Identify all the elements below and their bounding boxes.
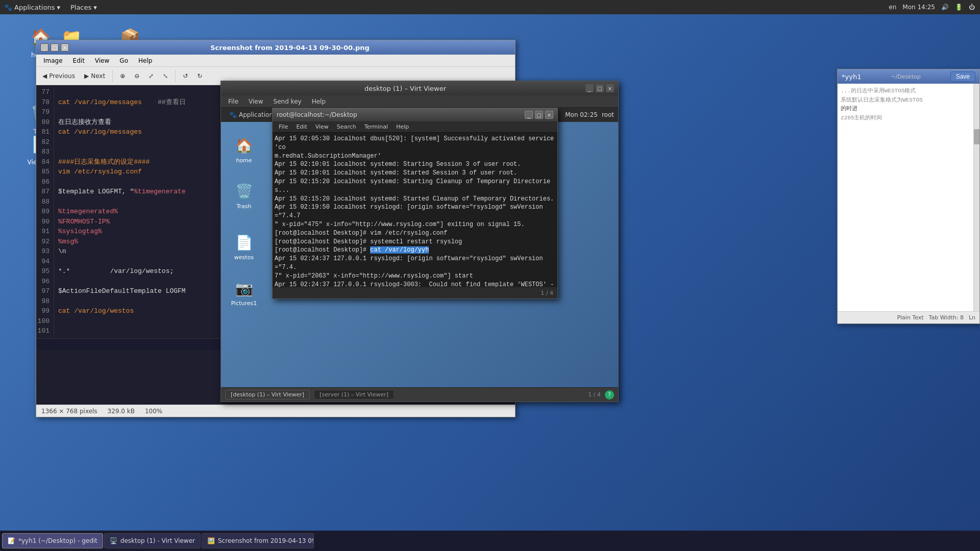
term-minimize-button[interactable]: _ bbox=[525, 111, 533, 119]
virt-icon-home[interactable]: 🏠 home bbox=[226, 133, 262, 166]
term-menu-search[interactable]: Search bbox=[333, 123, 360, 131]
menu-help[interactable]: Help bbox=[133, 56, 157, 65]
term-menu-view[interactable]: View bbox=[311, 123, 333, 131]
term-menu-terminal[interactable]: Terminal bbox=[360, 123, 393, 131]
term-menu-edit[interactable]: Edit bbox=[292, 123, 311, 131]
rotate-left-button[interactable]: ↺ bbox=[179, 71, 192, 81]
window-gedit: *yyh1 ~/Desktop Save ...的日志中采用WESTOS格式 系… bbox=[837, 69, 980, 324]
toolbar-btn-4[interactable]: ⤡ bbox=[159, 71, 172, 81]
window-terminal: root@localhost:~/Desktop _ □ × File Edit… bbox=[272, 108, 558, 299]
inner-apps-icon: 🐾 bbox=[229, 111, 237, 118]
image-filesize: 329.0 kB bbox=[108, 408, 135, 415]
toolbar-separator bbox=[112, 70, 113, 82]
apps-icon: 🐾 bbox=[4, 4, 12, 11]
taskbar-screenshot-label: Screenshot from 2019-04-13 09-... bbox=[218, 537, 314, 544]
toolbar-btn-3[interactable]: ⤢ bbox=[144, 71, 158, 81]
inner-time: Mon 02:25 bbox=[565, 111, 598, 118]
toolbar-btn-2[interactable]: ⊖ bbox=[130, 71, 143, 81]
top-panel-left: 🐾 Applications ▾ Places ▾ bbox=[0, 3, 101, 12]
menu-image[interactable]: Image bbox=[38, 56, 68, 65]
term-line-11: Apr 15 02:24:37 127.0.0.1 rsyslogd: [ori… bbox=[275, 255, 555, 272]
taskbar-screenshot-icon: 🖼️ bbox=[207, 537, 215, 544]
volume-icon: 🔊 bbox=[941, 4, 949, 11]
terminal-body[interactable]: Apr 15 02:05:30 localhost dbus[520]: [sy… bbox=[273, 133, 557, 287]
virt-menu-view[interactable]: View bbox=[243, 97, 268, 106]
virt-bottom-right: 1 / 4 ? bbox=[588, 390, 614, 399]
term-line-4: Apr 15 02:10:01 localhost systemd: Start… bbox=[275, 169, 555, 178]
chevron-down-icon: ▾ bbox=[57, 4, 60, 11]
applications-menu[interactable]: 🐾 Applications ▾ bbox=[0, 3, 64, 12]
term-line-cmd: [root@localhost Desktop]# cat /var/log/y… bbox=[275, 246, 555, 255]
rotate-right-button[interactable]: ↻ bbox=[193, 71, 206, 81]
imageviewer-controls: _ □ × bbox=[40, 43, 69, 52]
next-button[interactable]: ▶ Next bbox=[80, 71, 109, 81]
terminal-controls: _ □ × bbox=[525, 111, 553, 119]
virt-menu-help[interactable]: Help bbox=[307, 97, 331, 106]
imageviewer-statusbar: 1366 × 768 pixels 329.0 kB 100% bbox=[36, 405, 515, 417]
virt-close-button[interactable]: × bbox=[606, 84, 614, 92]
toolbar-btn-1[interactable]: ⊕ bbox=[116, 71, 129, 81]
top-panel-right: en Mon 14:25 🔊 🔋 ⏻ bbox=[889, 4, 980, 11]
taskbar-item-gedit[interactable]: 📝 *yyh1 (~/Desktop) - gedit bbox=[2, 533, 103, 548]
toolbar-separator2 bbox=[175, 70, 176, 82]
power-icon: ⏻ bbox=[969, 4, 975, 11]
virt-titlebar: desktop (1) – Virt Viewer _ □ × bbox=[221, 81, 618, 95]
top-panel: 🐾 Applications ▾ Places ▾ en Mon 14:25 🔊… bbox=[0, 0, 980, 14]
virt-page-info: 1 / 4 bbox=[588, 391, 601, 398]
maximize-button[interactable]: □ bbox=[51, 43, 59, 52]
close-button[interactable]: × bbox=[61, 43, 69, 52]
imageviewer-menubar: Image Edit View Go Help bbox=[36, 55, 515, 67]
menu-edit[interactable]: Edit bbox=[68, 56, 90, 65]
virt-bottom-toolbar: [desktop (1) – Virt Viewer] [server (1) … bbox=[221, 387, 618, 402]
virt-trash-label: Trash bbox=[236, 203, 251, 210]
gedit-line: 的时进 bbox=[841, 105, 976, 114]
minimize-button[interactable]: _ bbox=[40, 43, 48, 52]
virt-minimize-button[interactable]: _ bbox=[585, 84, 594, 92]
virt-taskbar-desktop[interactable]: [desktop (1) – Virt Viewer] bbox=[225, 390, 310, 399]
places-chevron-icon: ▾ bbox=[93, 4, 97, 11]
virt-taskbar-items: [desktop (1) – Virt Viewer] [server (1) … bbox=[225, 390, 394, 399]
taskbar-item-screenshot[interactable]: 🖼️ Screenshot from 2019-04-13 09-... bbox=[202, 533, 314, 548]
gedit-save-button[interactable]: Save bbox=[950, 71, 975, 82]
virt-desktop: 🐾 Applications ▾ Places ▾ 💻 Terminal Mon… bbox=[221, 108, 618, 387]
highlighted-cmd: cat /var/log/yyh bbox=[370, 246, 429, 254]
prev-label: Previous bbox=[49, 72, 75, 80]
gedit-title: *yyh1 bbox=[842, 73, 861, 81]
virt-pictures-label: Pictures1 bbox=[231, 300, 257, 307]
virt-controls: _ □ × bbox=[585, 84, 614, 92]
virt-help-button[interactable]: ? bbox=[605, 390, 614, 399]
prev-button[interactable]: ◀ Previous bbox=[38, 71, 79, 81]
virt-menu-file[interactable]: File bbox=[223, 97, 243, 106]
virt-icon-westos[interactable]: 📄 westos bbox=[226, 230, 262, 263]
places-menu[interactable]: Places ▾ bbox=[66, 3, 101, 12]
virt-home-icon: 🏠 bbox=[234, 135, 254, 156]
term-maximize-button[interactable]: □ bbox=[535, 111, 543, 119]
virt-taskbar-server[interactable]: [server (1) – Virt Viewer] bbox=[314, 390, 394, 399]
term-menu-help[interactable]: Help bbox=[392, 123, 413, 131]
virt-icon-pictures[interactable]: 📷 Pictures1 bbox=[226, 276, 262, 309]
virt-icon-trash[interactable]: 🗑️ Trash bbox=[226, 179, 262, 212]
term-line-13: Apr 15 02:24:37 127.0.0.1 rsyslogd-3003:… bbox=[275, 281, 555, 287]
virt-westos-label: westos bbox=[234, 254, 254, 261]
gedit-scrollbar[interactable] bbox=[973, 84, 979, 311]
term-line-9: [root@localhost Desktop]# vim /etc/rsysl… bbox=[275, 229, 555, 238]
next-label: Next bbox=[91, 72, 105, 80]
virt-menu-sendkey[interactable]: Send key bbox=[268, 97, 307, 106]
term-close-button[interactable]: × bbox=[545, 111, 553, 119]
gedit-titlebar: *yyh1 ~/Desktop Save bbox=[838, 69, 979, 84]
terminal-titlebar: root@localhost:~/Desktop _ □ × bbox=[273, 108, 557, 121]
virt-maximize-button[interactable]: □ bbox=[596, 84, 604, 92]
term-line-7: Apr 15 02:19:50 localhost rsyslogd: [ori… bbox=[275, 203, 555, 220]
term-line-5: Apr 15 02:15:20 localhost systemd: Start… bbox=[275, 178, 555, 195]
term-line-3: Apr 15 02:10:01 localhost systemd: Start… bbox=[275, 160, 555, 169]
gedit-text-area[interactable]: ...的日志中采用WESTOS格式 系统默认日志采集格式为WESTOS 的时进 … bbox=[838, 84, 979, 126]
virt-pictures-icon: 📷 bbox=[234, 278, 254, 298]
menu-view[interactable]: View bbox=[90, 56, 114, 65]
gedit-line: 系统默认日志采集格式为WESTOS bbox=[841, 96, 976, 105]
taskbar-item-virt[interactable]: 🖥️ desktop (1) - Virt Viewer bbox=[104, 533, 201, 548]
term-line-10: [root@localhost Desktop]# systemctl rest… bbox=[275, 238, 555, 246]
window-virt: desktop (1) – Virt Viewer _ □ × File Vie… bbox=[220, 81, 619, 402]
term-menu-file[interactable]: File bbox=[275, 123, 292, 131]
menu-go[interactable]: Go bbox=[114, 56, 133, 65]
imageviewer-title: Screenshot from 2019-04-13 09-30-00.png bbox=[69, 44, 511, 52]
